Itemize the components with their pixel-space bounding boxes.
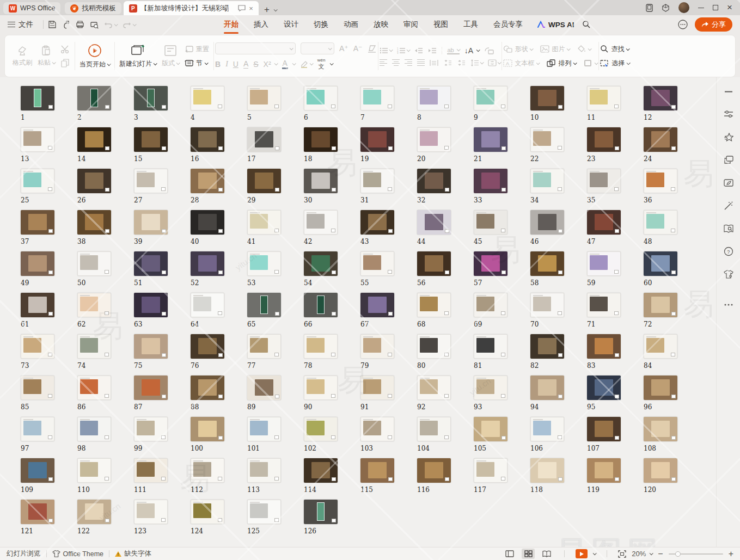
slide-thumbnail[interactable]: [474, 210, 507, 235]
tab-document-active[interactable]: P 【新加坡缔博设计】无锡彩暘 ×: [124, 1, 259, 15]
slide-thumbnail[interactable]: [247, 458, 281, 483]
slide-thumbnail[interactable]: [530, 293, 564, 317]
slide-thumbnail[interactable]: [134, 500, 168, 524]
slide-thumbnail[interactable]: [644, 210, 677, 235]
slide-thumbnail[interactable]: [77, 210, 111, 235]
slide-thumbnail[interactable]: [191, 458, 224, 483]
slide-thumbnail[interactable]: [77, 334, 111, 359]
slide-thumbnail[interactable]: [644, 169, 677, 193]
wps-ai-button[interactable]: WPS AI: [537, 21, 574, 29]
play-from-current-button[interactable]: 当页开始: [79, 39, 110, 73]
print-icon[interactable]: [76, 20, 84, 29]
slide-thumbnail[interactable]: [77, 169, 111, 193]
user-avatar[interactable]: [678, 2, 689, 13]
menu-tab[interactable]: 审阅: [397, 17, 425, 32]
slide-thumbnail[interactable]: [644, 417, 677, 441]
slide-thumbnail[interactable]: [134, 86, 168, 110]
slide-thumbnail[interactable]: [530, 417, 564, 441]
slide-thumbnail[interactable]: [304, 376, 338, 400]
slide-thumbnail[interactable]: [587, 376, 621, 400]
slide-thumbnail[interactable]: [587, 417, 621, 441]
slide-thumbnail[interactable]: [644, 86, 677, 110]
slide-thumbnail[interactable]: [417, 127, 451, 152]
slide-thumbnail[interactable]: [417, 251, 451, 276]
new-slide-button[interactable]: 新建幻灯片: [119, 39, 156, 73]
slide-thumbnail[interactable]: [474, 169, 507, 193]
slide-thumbnail[interactable]: [134, 169, 168, 193]
slide-thumbnail[interactable]: [530, 251, 564, 276]
comment-shapes-icon[interactable]: [723, 155, 734, 165]
slide-thumbnail[interactable]: [191, 334, 224, 359]
slide-thumbnail[interactable]: [417, 169, 451, 193]
slide-thumbnail[interactable]: [474, 86, 507, 110]
slide-thumbnail[interactable]: [77, 458, 111, 483]
section-button[interactable]: 节: [185, 59, 209, 68]
slide-sorter-canvas[interactable]: 1234567891011121314151617181920212223242…: [0, 77, 716, 547]
slide-thumbnail[interactable]: [587, 458, 621, 483]
slide-thumbnail[interactable]: [77, 251, 111, 276]
slide-thumbnail[interactable]: [191, 127, 224, 152]
save-icon[interactable]: [48, 20, 57, 29]
slide-thumbnail[interactable]: [77, 500, 111, 524]
slide-thumbnail[interactable]: [304, 500, 338, 524]
magic-wand-icon[interactable]: [723, 200, 734, 211]
mobile-link-icon[interactable]: [646, 4, 653, 12]
slide-thumbnail[interactable]: [417, 334, 451, 359]
slide-thumbnail[interactable]: [134, 417, 168, 441]
slide-thumbnail[interactable]: [21, 86, 54, 110]
docer-leaf-icon[interactable]: [723, 177, 734, 188]
slide-thumbnail[interactable]: [191, 251, 224, 276]
tab-close-icon[interactable]: ×: [249, 4, 253, 13]
slide-thumbnail[interactable]: [474, 458, 507, 483]
slide-thumbnail[interactable]: [304, 251, 338, 276]
skin-shirt-icon[interactable]: [723, 269, 734, 280]
slide-thumbnail[interactable]: [644, 251, 677, 276]
slide-thumbnail[interactable]: [77, 127, 111, 152]
slide-thumbnail[interactable]: [134, 293, 168, 317]
slide-thumbnail[interactable]: [360, 169, 394, 193]
slide-thumbnail[interactable]: [587, 210, 621, 235]
slide-thumbnail[interactable]: [21, 127, 54, 152]
fit-to-window-icon[interactable]: [618, 550, 626, 558]
slide-thumbnail[interactable]: [21, 500, 54, 524]
slide-thumbnail[interactable]: [134, 127, 168, 152]
slide-thumbnail[interactable]: [587, 169, 621, 193]
missing-font-warning[interactable]: 缺失字体: [115, 549, 151, 558]
slide-thumbnail[interactable]: [587, 334, 621, 359]
menu-tab[interactable]: 动画: [337, 17, 365, 32]
slide-thumbnail[interactable]: [360, 334, 394, 359]
arrange-button[interactable]: 排列: [547, 59, 576, 68]
slide-thumbnail[interactable]: [77, 293, 111, 317]
slide-thumbnail[interactable]: [644, 334, 677, 359]
slide-thumbnail[interactable]: [474, 127, 507, 152]
close-button[interactable]: ×: [727, 2, 732, 13]
slide-thumbnail[interactable]: [530, 376, 564, 400]
slide-thumbnail[interactable]: [77, 417, 111, 441]
slide-thumbnail[interactable]: [417, 293, 451, 317]
slide-thumbnail[interactable]: [417, 86, 451, 110]
book-search-icon[interactable]: [723, 223, 734, 234]
normal-view-button[interactable]: [503, 549, 516, 559]
slide-thumbnail[interactable]: [587, 127, 621, 152]
slide-thumbnail[interactable]: [304, 127, 338, 152]
slide-thumbnail[interactable]: [21, 169, 54, 193]
slide-thumbnail[interactable]: [247, 334, 281, 359]
slide-thumbnail[interactable]: [247, 376, 281, 400]
find-button[interactable]: 查找: [600, 45, 629, 54]
theme-button[interactable]: Office Theme: [52, 550, 104, 558]
slide-thumbnail[interactable]: [474, 376, 507, 400]
slide-thumbnail[interactable]: [191, 210, 224, 235]
slide-thumbnail[interactable]: [304, 86, 338, 110]
slide-thumbnail[interactable]: [530, 86, 564, 110]
slide-thumbnail[interactable]: [360, 251, 394, 276]
menu-tab[interactable]: 设计: [277, 17, 305, 32]
slide-thumbnail[interactable]: [77, 376, 111, 400]
slide-thumbnail[interactable]: [304, 169, 338, 193]
new-tab-button[interactable]: +: [264, 4, 270, 15]
slide-thumbnail[interactable]: [360, 293, 394, 317]
slide-thumbnail[interactable]: [530, 334, 564, 359]
zoom-slider-knob[interactable]: [675, 551, 681, 557]
select-button[interactable]: 选择: [600, 59, 629, 68]
slide-thumbnail[interactable]: [474, 417, 507, 441]
slide-thumbnail[interactable]: [247, 500, 281, 524]
